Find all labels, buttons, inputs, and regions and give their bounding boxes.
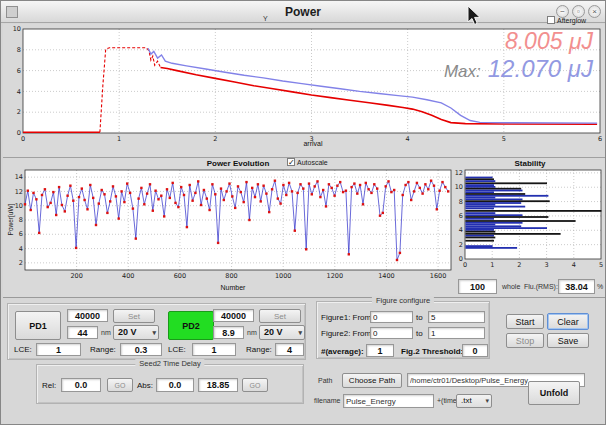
data-point-marker — [41, 194, 43, 196]
data-point-marker — [112, 185, 114, 187]
pd1-range-input[interactable] — [120, 343, 162, 356]
data-point-marker — [331, 187, 333, 189]
pd2-voltage-select[interactable]: 20 V ▾ — [259, 325, 305, 340]
autoscale-checkbox[interactable]: ✓ Autoscale — [287, 158, 328, 166]
stop-button[interactable]: Stop — [506, 333, 544, 348]
afterglow-checkbox-box[interactable] — [547, 16, 555, 24]
rel-go-button[interactable]: GO — [107, 378, 133, 392]
abs-target-input[interactable] — [198, 378, 238, 392]
average-label: #(average): — [321, 347, 364, 356]
rel-delay-input[interactable] — [61, 378, 101, 392]
data-point-marker — [169, 197, 171, 199]
x-tick-label: 2 — [517, 261, 521, 269]
whole-count-input[interactable] — [458, 279, 497, 294]
data-point-marker — [262, 185, 264, 187]
data-point-marker — [231, 195, 233, 197]
stability-bar — [465, 190, 522, 192]
pd2-wavelength-input[interactable] — [213, 326, 244, 339]
autoscale-checkbox-box[interactable]: ✓ — [287, 158, 295, 166]
pd2-nm-label: nm — [247, 329, 257, 336]
average-input[interactable] — [366, 344, 394, 357]
rms-value-input[interactable] — [558, 279, 595, 294]
choose-path-button[interactable]: Choose Path — [342, 373, 402, 388]
data-point-marker — [410, 199, 412, 201]
pd2-button[interactable]: PD2 — [168, 311, 214, 340]
data-point-marker — [234, 207, 236, 209]
data-point-marker — [433, 185, 435, 187]
data-point-marker — [103, 193, 105, 195]
data-point-marker — [115, 195, 117, 197]
afterglow-checkbox[interactable]: Afterglow — [547, 16, 586, 24]
x-tick-label: 4 — [406, 135, 410, 143]
figure1-from-input[interactable] — [370, 311, 413, 323]
data-point-marker — [223, 199, 225, 201]
stability-bar — [465, 220, 575, 222]
data-point-marker — [166, 188, 168, 190]
data-point-marker — [38, 232, 40, 234]
rel-label: Rel: — [42, 381, 56, 390]
data-point-marker — [387, 180, 389, 182]
x-tick-label: 1 — [490, 261, 494, 269]
data-point-marker — [376, 187, 378, 189]
data-point-marker — [396, 259, 398, 261]
abs-go-button[interactable]: GO — [242, 378, 268, 392]
pd1-lce-input[interactable] — [36, 343, 81, 356]
stability-bar — [465, 229, 494, 231]
close-icon[interactable]: × — [588, 5, 601, 18]
pd2-frequency-input[interactable] — [213, 309, 254, 322]
data-point-marker — [279, 202, 281, 204]
stability-bar — [465, 247, 517, 249]
y-tick-label: 0 — [459, 255, 463, 263]
x-tick-label: 1 — [117, 135, 121, 143]
data-point-marker — [288, 182, 290, 184]
fig2-threshold-input[interactable] — [462, 344, 488, 357]
y-tick-label: 6 — [459, 212, 463, 220]
pd1-set-button[interactable]: Set — [113, 309, 155, 323]
abs-delay-input[interactable] — [156, 378, 194, 392]
controls-panel: PD1 Set nm 20 V ▾ PD2 Set nm 20 V ▾ LCE:… — [1, 298, 606, 425]
stability-plot: 012345024681012 — [455, 164, 605, 276]
y-tick-label: 6 — [17, 67, 21, 75]
data-point-marker — [322, 189, 324, 191]
figure2-from-input[interactable] — [370, 327, 413, 339]
pd1-voltage-select[interactable]: 20 V ▾ — [113, 325, 159, 340]
afterglow-label: Afterglow — [557, 17, 586, 24]
data-point-marker — [129, 192, 131, 194]
stability-bar — [465, 202, 521, 204]
y-tick-label: 4 — [459, 226, 463, 234]
extension-select[interactable]: .txt ▾ — [456, 394, 492, 408]
data-point-marker — [132, 207, 134, 209]
figure2-to-input[interactable] — [428, 327, 485, 339]
pd2-lce-input[interactable] — [192, 343, 236, 356]
start-button[interactable]: Start — [506, 314, 544, 329]
titlebar[interactable]: Power − ▫ × — [1, 1, 605, 23]
pd2-set-button[interactable]: Set — [259, 309, 301, 323]
data-point-marker — [370, 192, 372, 194]
energy-value-blue: 12.070 μJ — [488, 55, 593, 83]
pd1-frequency-input[interactable] — [67, 309, 108, 322]
data-point-marker — [436, 208, 438, 210]
pd2-lce-label: LCE: — [168, 345, 186, 354]
pd1-button[interactable]: PD1 — [15, 311, 61, 340]
data-point-marker — [296, 192, 298, 194]
clear-button[interactable]: Clear — [547, 313, 589, 330]
power-window: Power − ▫ × Afterglow Y 01234560246810 8… — [0, 0, 606, 425]
energy-value-red: 8.005 — [505, 28, 563, 54]
pd2-range-label: Range: — [246, 345, 272, 354]
data-point-marker — [413, 190, 415, 192]
pd1-wavelength-input[interactable] — [67, 326, 98, 339]
pd2-range-input[interactable] — [275, 343, 304, 356]
filename-input[interactable] — [343, 394, 434, 408]
save-button[interactable]: Save — [547, 333, 589, 348]
data-point-marker — [217, 242, 219, 244]
stability-bar — [465, 222, 522, 224]
y-tick-label: 2 — [17, 108, 21, 116]
chevron-down-icon: ▾ — [298, 326, 302, 339]
data-point-marker — [385, 185, 387, 187]
figure1-to-input[interactable] — [428, 311, 485, 323]
data-point-marker — [58, 186, 60, 188]
unfold-button[interactable]: Unfold — [528, 381, 580, 405]
data-point-marker — [86, 208, 88, 210]
data-point-marker — [282, 184, 284, 186]
data-point-marker — [140, 187, 142, 189]
